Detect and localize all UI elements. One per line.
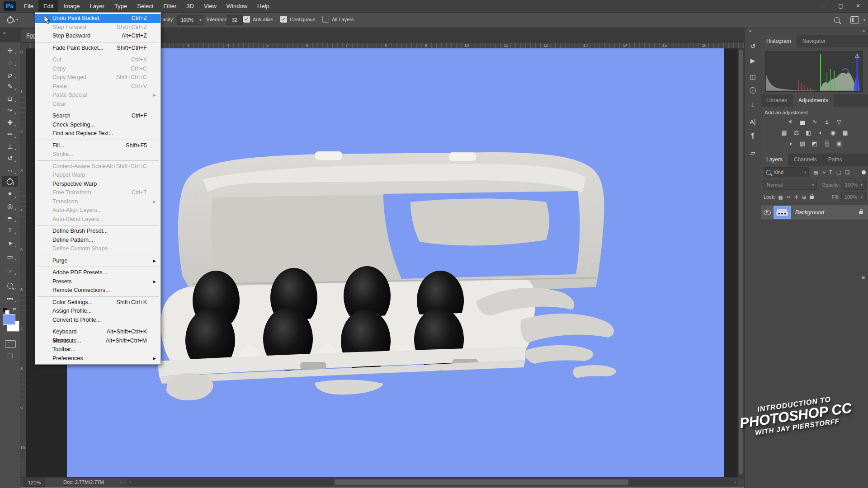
menubar-item-3d[interactable]: 3D — [181, 0, 199, 12]
paint-bucket-tool[interactable] — [2, 176, 18, 187]
menu-item-remote-connections[interactable]: Remote Connections... — [35, 286, 160, 295]
menu-item-convert-to-profile[interactable]: Convert to Profile... — [35, 316, 160, 325]
spot-healing-tool[interactable]: ✚ — [0, 117, 20, 128]
menu-item-adobe-pdf-presets[interactable]: Adobe PDF Presets... — [35, 268, 160, 277]
scroll-right-icon[interactable]: › — [734, 479, 736, 485]
hue-saturation-icon[interactable]: ▤ — [780, 129, 789, 136]
filter-type-layers-icon[interactable]: T — [829, 169, 832, 175]
tool-preset-button[interactable]: ▾ — [5, 14, 18, 24]
lock-all-icon[interactable] — [810, 196, 814, 199]
checkbox-box-icon[interactable] — [322, 16, 329, 23]
layer-row-background[interactable]: Background — [761, 205, 868, 220]
tab-paths[interactable]: Paths — [823, 154, 848, 166]
lock-artboard-icon[interactable]: ⊞ — [802, 194, 806, 200]
eyedropper-tool[interactable]: ✑ — [0, 105, 20, 116]
tab-layers[interactable]: Layers — [761, 154, 788, 166]
menu-item-define-pattern[interactable]: Define Pattern... — [35, 236, 160, 245]
collapse-panels-icon[interactable]: » — [862, 28, 865, 33]
checkbox-box-icon[interactable]: ✓ — [280, 16, 287, 23]
checkbox-all-layers[interactable]: All Layers — [322, 16, 354, 23]
threshold-icon[interactable]: ◩ — [810, 140, 819, 147]
lock-position-icon[interactable]: ✛ — [794, 194, 798, 200]
filter-adjustment-layers-icon[interactable]: ◑ — [822, 169, 825, 175]
type-tool[interactable]: T — [0, 225, 20, 235]
tab-libraries[interactable]: Libraries — [761, 94, 793, 107]
rectangle-tool[interactable]: ▭ — [0, 251, 20, 262]
menu-item-preferences[interactable]: Preferences▶ — [35, 354, 160, 363]
status-options-arrow[interactable]: › — [120, 479, 122, 485]
document-canvas[interactable] — [67, 48, 724, 477]
actions-panel-icon[interactable]: ▶ — [745, 57, 761, 64]
selective-color-icon[interactable]: ▣ — [835, 140, 844, 147]
default-colors-button[interactable]: ⇄ — [3, 307, 17, 313]
vibrance-icon[interactable]: ▽ — [835, 118, 844, 125]
tolerance-field[interactable]: 32 — [226, 15, 243, 25]
ruler-origin-box[interactable] — [20, 42, 26, 49]
layer-filter-toggle[interactable] — [862, 170, 866, 174]
posterize-icon[interactable]: ▨ — [798, 140, 807, 147]
history-brush-tool[interactable]: ↺ — [0, 153, 20, 164]
menu-item-keyboard-shortcuts[interactable]: Keyboard Shortcuts...Alt+Shift+Ctrl+K — [35, 328, 160, 337]
filter-smart-objects-icon[interactable]: ❏ — [845, 169, 849, 175]
menu-item-assign-profile[interactable]: Assign Profile... — [35, 307, 160, 316]
black-white-icon[interactable]: ◧ — [804, 129, 813, 136]
blur-tool[interactable]: ♠ — [0, 189, 20, 200]
channel-mixer-icon[interactable]: ◉ — [829, 129, 838, 136]
window-minimize-button[interactable]: – — [817, 1, 830, 11]
brightness-contrast-icon[interactable]: ☀ — [786, 118, 795, 125]
color-balance-icon[interactable]: ⚖ — [792, 129, 801, 136]
checkbox-box-icon[interactable]: ✓ — [243, 16, 250, 23]
vertical-ruler[interactable]: 012345678910 — [20, 48, 26, 477]
menu-item-color-settings[interactable]: Color Settings...Shift+Ctrl+K — [35, 298, 160, 307]
quick-selection-tool[interactable]: ✎ — [0, 81, 20, 92]
menu-item-step-backward[interactable]: Step BackwardAlt+Ctrl+Z — [35, 32, 160, 41]
menu-item-perspective-warp[interactable]: Perspective Warp — [35, 180, 160, 189]
screen-mode-button[interactable]: ❐ — [0, 353, 20, 360]
eraser-tool[interactable]: ▱ — [0, 165, 20, 176]
menu-item-define-brush-preset[interactable]: Define Brush Preset... — [35, 227, 160, 236]
menubar-item-file[interactable]: File — [19, 0, 38, 12]
path-selection-tool[interactable]: ➤ — [0, 238, 20, 249]
foreground-color-swatch[interactable] — [3, 314, 15, 325]
menu-item-toolbar[interactable]: Toolbar... — [35, 345, 160, 354]
menu-item-presets[interactable]: Presets▶ — [35, 277, 160, 286]
expand-panels-icon[interactable]: « — [749, 28, 752, 33]
menu-item-undo-paint-bucket[interactable]: Undo Paint BucketCtrl+Z — [35, 14, 160, 23]
lock-pixels-icon[interactable]: ✏ — [787, 194, 791, 200]
tab-channels[interactable]: Channels — [788, 154, 822, 166]
menubar-item-window[interactable]: Window — [222, 0, 252, 12]
layer-visibility-toggle[interactable] — [761, 210, 774, 215]
scroll-left-icon[interactable]: ‹ — [129, 479, 131, 485]
levels-icon[interactable]: ▅ — [798, 118, 807, 125]
menu-item-find-and-replace-text[interactable]: Find and Replace Text... — [35, 129, 160, 138]
brush-tool[interactable]: ✏ — [0, 129, 20, 140]
tab-navigator[interactable]: Navigator — [797, 35, 831, 47]
clone-stamp-tool[interactable]: ⊥ — [0, 141, 20, 152]
opacity-field[interactable]: 100% — [177, 15, 197, 25]
document-size-info[interactable]: Doc: 2.77M/2.77M — [63, 479, 104, 485]
tab-adjustments[interactable]: Adjustments — [793, 94, 834, 107]
checkbox-contiguous[interactable]: ✓Contiguous — [280, 16, 315, 23]
layer-thumbnail[interactable] — [774, 206, 791, 219]
workspace-switcher-icon[interactable] — [850, 16, 859, 23]
lock-transparent-icon[interactable]: ▦ — [778, 194, 783, 200]
marquee-tool[interactable]: ◌ — [0, 57, 20, 68]
layer-opacity-dropdown[interactable]: 100% ▾ — [842, 180, 866, 190]
menu-item-search[interactable]: SearchCtrl+F — [35, 112, 160, 121]
menu-item-menus[interactable]: Menus...Alt+Shift+Ctrl+M — [35, 337, 160, 346]
menubar-item-view[interactable]: View — [199, 0, 222, 12]
clone-source-panel-icon[interactable]: ⊥ — [745, 101, 761, 108]
tab-histogram[interactable]: Histogram — [761, 35, 797, 47]
pen-tool[interactable]: ✒ — [0, 213, 20, 224]
lasso-tool[interactable]: ℘ — [0, 69, 20, 80]
search-icon[interactable] — [834, 17, 840, 25]
toolbar-collapse-icon[interactable]: » — [3, 30, 5, 35]
window-maximize-button[interactable]: ▢ — [835, 1, 847, 11]
move-tool[interactable]: ✛ — [0, 45, 20, 56]
opacity-dropdown-icon[interactable]: ▾ — [197, 15, 204, 25]
filter-pixel-layers-icon[interactable]: ▤ — [813, 169, 818, 175]
menubar-item-edit[interactable]: Edit — [38, 0, 58, 12]
menu-item-fill[interactable]: Fill...Shift+F5 — [35, 141, 160, 150]
menubar-item-filter[interactable]: Filter — [158, 0, 181, 12]
filter-shape-layers-icon[interactable]: ▢ — [836, 169, 841, 175]
